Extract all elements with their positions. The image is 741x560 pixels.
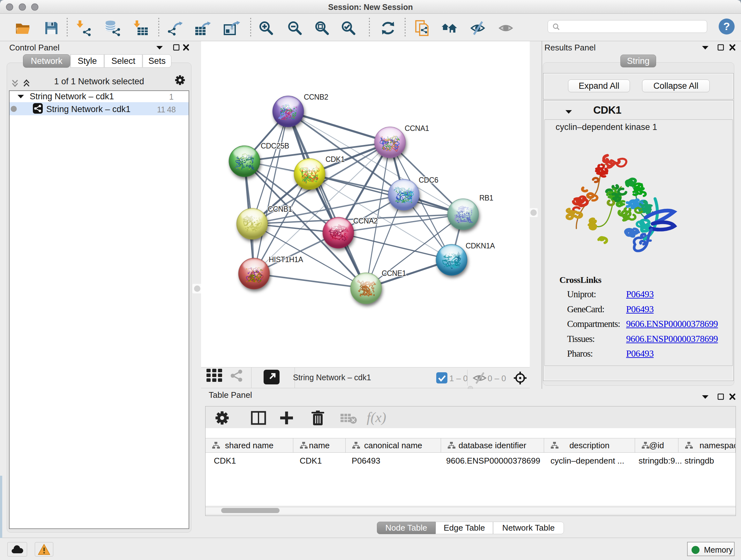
svg-text:CCNA2: CCNA2 <box>353 217 378 225</box>
svg-text:CDC25B: CDC25B <box>261 142 289 150</box>
svg-text:CCNA1: CCNA1 <box>405 124 429 132</box>
svg-text:RB1: RB1 <box>479 194 493 202</box>
svg-text:CCNB1: CCNB1 <box>268 205 292 213</box>
svg-text:CCNB2: CCNB2 <box>304 93 328 101</box>
svg-text:CDK1: CDK1 <box>326 155 345 164</box>
svg-text:CDC6: CDC6 <box>419 176 438 184</box>
svg-text:HIST1H1A: HIST1H1A <box>269 255 303 264</box>
svg-text:CDKN1A: CDKN1A <box>466 242 495 250</box>
svg-text:CCNE1: CCNE1 <box>382 269 406 277</box>
